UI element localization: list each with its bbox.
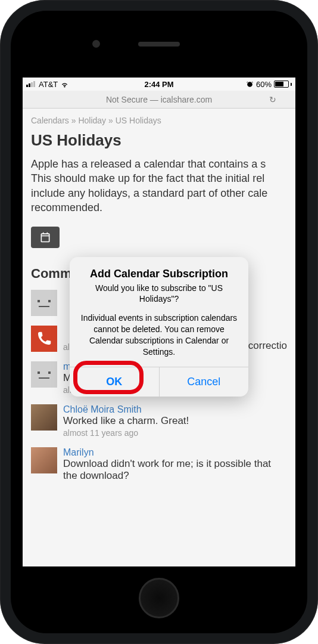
svg-rect-1 [48, 300, 51, 302]
battery-percent: 60% [256, 80, 272, 89]
ok-button[interactable]: OK [70, 367, 160, 397]
svg-rect-3 [38, 371, 40, 374]
modal-button-row: OK Cancel [70, 367, 248, 397]
battery-icon [274, 80, 292, 88]
modal-body: Individual events in subscription calend… [80, 312, 238, 358]
cancel-button[interactable]: Cancel [160, 367, 249, 397]
status-bar: AT&T 2:44 PM 60% [23, 78, 295, 91]
add-calendar-subscription-dialog: Add Calendar Subscription Would you like… [70, 257, 248, 397]
page-content: Calendars » Holiday » US Holidays US Hol… [23, 109, 295, 566]
comment-time: almost 11 years ago [63, 428, 287, 438]
desc-line: Apple has a released a calendar that con… [31, 157, 287, 171]
svg-rect-2 [39, 306, 49, 307]
page-title: US Holidays [31, 131, 287, 150]
comment-user[interactable]: Chloë Moira Smith [63, 404, 287, 415]
comment-text: Worked like a charm. Great! [63, 415, 287, 427]
comment-text: Download didn't work for me; is it possi… [63, 458, 287, 482]
svg-rect-4 [48, 371, 51, 374]
comment-body: Marilyn Download didn't work for me; is … [63, 447, 287, 482]
home-button[interactable] [139, 578, 179, 618]
avatar [31, 447, 57, 473]
comment-body: Chloë Moira Smith Worked like a charm. G… [63, 404, 287, 438]
calendar-icon [39, 231, 51, 243]
breadcrumb-sep: » [108, 116, 113, 125]
status-right: 60% [246, 80, 292, 89]
carrier-label: AT&T [39, 80, 58, 89]
page-description: Apple has a released a calendar that con… [31, 157, 287, 215]
reload-icon[interactable]: ↻ [269, 95, 276, 104]
breadcrumb-calendars[interactable]: Calendars [31, 116, 69, 125]
status-left: AT&T [26, 80, 69, 89]
avatar [31, 326, 57, 352]
avatar [31, 290, 57, 316]
list-item: Chloë Moira Smith Worked like a charm. G… [31, 404, 287, 438]
url-label: Not Secure — icalshare.com [106, 95, 212, 104]
avatar [31, 404, 57, 431]
comment-user[interactable]: Marilyn [63, 447, 287, 458]
screen: AT&T 2:44 PM 60% [23, 78, 295, 566]
status-time: 2:44 PM [144, 80, 173, 89]
list-item: Marilyn Download didn't work for me; is … [31, 447, 287, 482]
cellular-signal-icon [26, 81, 35, 87]
subscribe-button[interactable] [31, 227, 60, 248]
breadcrumb-us-holidays[interactable]: US Holidays [116, 116, 161, 125]
device-inner: AT&T 2:44 PM 60% [11, 11, 307, 633]
desc-line: include any holidays, a standard part of… [31, 186, 287, 200]
breadcrumb-sep: » [71, 116, 76, 125]
modal-content: Add Calendar Subscription Would you like… [70, 257, 248, 367]
avatar [31, 361, 57, 388]
wifi-icon [60, 80, 69, 89]
alarm-icon [246, 80, 254, 88]
modal-title: Add Calendar Subscription [80, 268, 238, 280]
desc-line: recommended. [31, 200, 287, 215]
safari-url-bar[interactable]: Not Secure — icalshare.com ↻ [23, 91, 295, 109]
breadcrumb-holiday[interactable]: Holiday [78, 116, 106, 125]
svg-rect-0 [38, 300, 40, 302]
front-camera [92, 40, 100, 48]
modal-subtitle: Would you like to subscribe to "US Holid… [80, 283, 238, 304]
desc-line: This should make up for the fact that th… [31, 171, 287, 185]
breadcrumb: Calendars » Holiday » US Holidays [31, 116, 287, 125]
speaker-slot [138, 42, 180, 47]
svg-rect-5 [39, 377, 49, 379]
iphone-device-frame: AT&T 2:44 PM 60% [0, 0, 318, 644]
comment-trailing-text: correctio [248, 340, 287, 352]
